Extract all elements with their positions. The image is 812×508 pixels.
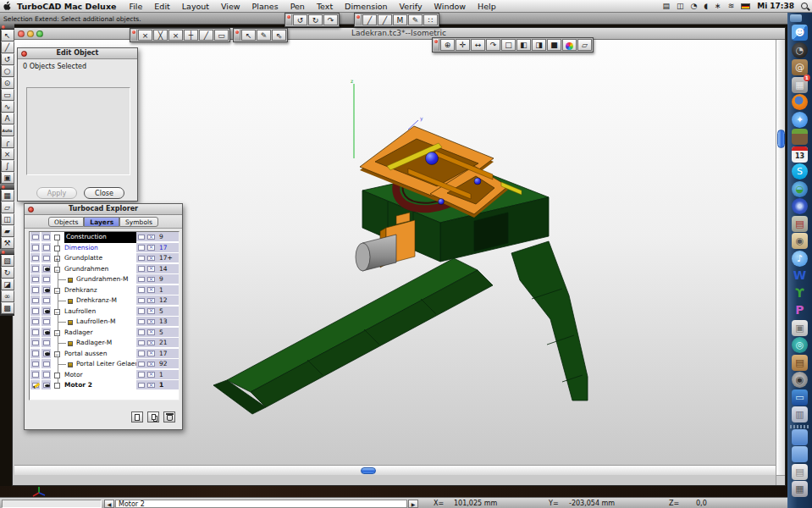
layer-checkbox[interactable] xyxy=(138,266,145,272)
dock-itunes[interactable]: ♪ xyxy=(792,251,808,267)
dock-downloads-stack[interactable]: ▤ xyxy=(792,464,808,480)
layer-visibility-cell[interactable] xyxy=(41,253,52,263)
visibility-checkbox[interactable] xyxy=(43,235,50,240)
input-language-flag-icon[interactable] xyxy=(741,3,750,9)
shaded-view-tool[interactable]: ◨ xyxy=(532,39,546,51)
visibility-checkbox[interactable] xyxy=(43,362,50,367)
layer-checkbox[interactable] xyxy=(138,245,145,251)
snap-vertex-tool[interactable]: × xyxy=(138,30,152,41)
dock-preview[interactable]: ▦1 xyxy=(792,77,808,93)
dock-address-book[interactable]: @ xyxy=(792,59,808,75)
dock-transit[interactable]: ▤ xyxy=(792,216,808,232)
layer-row[interactable]: Drehkranz-M×12 xyxy=(30,295,179,306)
edit-checkbox[interactable] xyxy=(32,287,39,293)
menu-dimension[interactable]: Dimension xyxy=(339,2,394,11)
airport-fan-icon[interactable]: ∗ xyxy=(715,2,721,10)
layer-name[interactable]: Laufrollen xyxy=(64,306,96,318)
visibility-checkbox[interactable] xyxy=(43,256,50,262)
layer-x-box[interactable]: × xyxy=(147,277,155,283)
spline-tool[interactable]: ∿ xyxy=(1,101,14,113)
dock-pipes-game[interactable]: ▤ xyxy=(792,355,808,371)
layer-row[interactable]: −Laufrollen×5 xyxy=(30,306,179,318)
dock-powerpoint[interactable]: P xyxy=(792,302,808,318)
circle-tool[interactable]: ○ xyxy=(1,65,14,77)
dock-aperture[interactable]: ◎ xyxy=(792,337,808,353)
tool-section-grip[interactable] xyxy=(0,249,14,255)
tab-layers[interactable]: Layers xyxy=(84,217,119,227)
tree-node-toggle[interactable]: − xyxy=(54,267,60,273)
explorer-title-bar[interactable]: Turbocad Explorer xyxy=(25,204,182,215)
layer-edit-cell[interactable] xyxy=(30,264,41,274)
layer-visibility-cell[interactable] xyxy=(41,285,52,295)
menu-file[interactable]: File xyxy=(123,2,148,11)
layer-name[interactable]: Grundrahmen-M xyxy=(76,274,128,285)
snap-grid-tool[interactable]: ┼ xyxy=(184,30,198,41)
layer-name[interactable]: Dimension xyxy=(64,243,98,254)
dock-word[interactable]: W xyxy=(792,268,808,284)
layer-edit-cell[interactable] xyxy=(30,295,41,306)
dock-dashboard[interactable]: ◔ xyxy=(792,42,808,58)
window-minimize-button[interactable] xyxy=(27,30,34,37)
arc-tool[interactable]: ↺ xyxy=(1,53,14,65)
layer-row[interactable]: Motor 2×1 xyxy=(30,380,179,391)
trim-tool[interactable]: × xyxy=(1,148,14,160)
render-tool[interactable] xyxy=(562,39,577,51)
layer-name[interactable]: Motor 2 xyxy=(64,380,92,391)
freehand-tool[interactable]: ✎ xyxy=(408,14,423,25)
layer-row[interactable]: Dimension×17 xyxy=(30,243,179,254)
rotate-right-tool[interactable]: ↻ xyxy=(308,14,323,25)
visibility-checkbox[interactable] xyxy=(43,277,50,283)
text-tool[interactable]: A xyxy=(1,113,14,124)
edit-checkbox[interactable] xyxy=(32,266,39,272)
tree-node-toggle[interactable] xyxy=(54,383,60,389)
visibility-checkbox[interactable] xyxy=(43,319,50,325)
window-close-button[interactable] xyxy=(18,30,25,37)
layer-checkbox[interactable] xyxy=(138,383,145,389)
layer-edit-cell[interactable] xyxy=(30,317,41,327)
dock-finder[interactable]: ☻ xyxy=(792,25,808,41)
layer-edit-cell[interactable] xyxy=(30,338,41,348)
select-arrow-tool[interactable]: ↖ xyxy=(241,30,256,41)
visibility-checkbox[interactable] xyxy=(43,372,50,378)
dock-remote-desktop[interactable]: ▭ xyxy=(792,389,808,406)
rotate-angle-tool[interactable]: ↷ xyxy=(323,14,338,25)
visibility-checkbox[interactable] xyxy=(43,351,50,356)
dock-photo-booth[interactable]: ◉ xyxy=(792,372,808,388)
select-tool[interactable]: ↖ xyxy=(1,30,14,41)
layer-checkbox[interactable] xyxy=(138,372,145,378)
layer-visibility-cell[interactable] xyxy=(41,306,52,317)
apply-button[interactable]: Apply xyxy=(36,187,77,199)
layer-x-box[interactable]: × xyxy=(147,287,155,293)
slab-tool[interactable]: ▰ xyxy=(1,225,14,237)
layer-visibility-cell[interactable] xyxy=(41,295,52,306)
layer-name[interactable]: Grundrahmen xyxy=(64,264,108,275)
dock-messenger[interactable]: ϒ xyxy=(792,285,808,301)
apple-menu-icon[interactable] xyxy=(0,1,14,12)
tree-node-toggle[interactable]: − xyxy=(54,330,60,336)
visibility-checkbox[interactable] xyxy=(43,287,50,293)
menu-window[interactable]: Window xyxy=(428,2,472,11)
layer-name[interactable]: Grundplatte xyxy=(64,253,102,264)
layer-visibility-cell[interactable] xyxy=(41,338,52,348)
vertical-scrollbar[interactable] xyxy=(776,40,785,475)
tab-objects[interactable]: Objects xyxy=(48,217,84,227)
close-button[interactable]: Close xyxy=(84,187,124,199)
snap-cursor-tool[interactable]: ▭ xyxy=(214,30,229,41)
layer-edit-cell[interactable] xyxy=(30,243,41,253)
snap-nearest-tool[interactable]: × xyxy=(168,30,183,41)
layer-x-box[interactable]: × xyxy=(147,362,155,367)
layer-row[interactable]: Motor×1 xyxy=(30,370,179,381)
layer-visibility-cell[interactable] xyxy=(41,370,52,380)
rotate-3d-tool[interactable]: ↻ xyxy=(1,267,14,279)
display-icon[interactable]: ◫ xyxy=(677,2,684,10)
palette-grip[interactable] xyxy=(356,14,362,25)
layer-x-box[interactable]: × xyxy=(147,372,155,378)
visibility-checkbox[interactable] xyxy=(43,298,50,304)
tool-section-grip[interactable] xyxy=(0,184,14,190)
tree-node-toggle[interactable]: − xyxy=(54,288,60,294)
layer-edit-cell[interactable] xyxy=(30,306,41,317)
snap-line-tool[interactable]: ╱ xyxy=(199,30,213,41)
visibility-checkbox[interactable] xyxy=(43,308,50,314)
render-3d-tool[interactable]: ▩ xyxy=(1,302,14,314)
layer-name[interactable]: Laufrollen-M xyxy=(76,317,115,328)
